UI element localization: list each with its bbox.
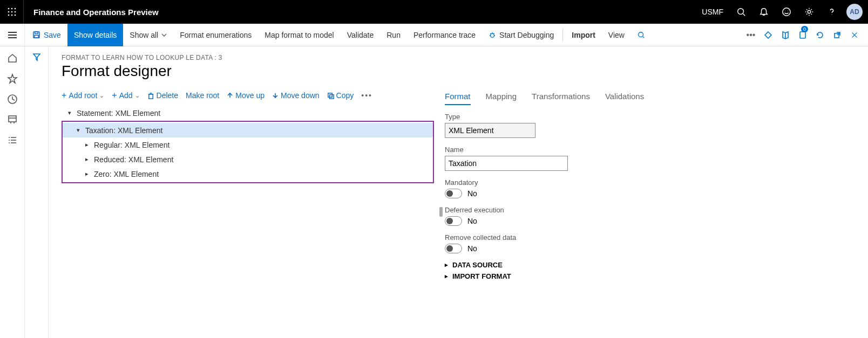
close-button[interactable] [849,29,860,41]
view-button[interactable]: View [602,24,631,46]
make-root-button[interactable]: Make root [186,91,219,100]
tab-validations[interactable]: Validations [605,92,644,105]
debug-icon [489,31,496,39]
delete-button[interactable]: Delete [147,91,178,100]
svg-point-3 [8,11,9,13]
caret-down-icon[interactable] [66,109,73,116]
map-format-button[interactable]: Map format to model [258,24,340,46]
notifications-button[interactable] [752,0,775,24]
type-input[interactable] [445,123,535,138]
popout-icon [833,31,842,39]
tab-transformations[interactable]: Transformations [532,92,590,105]
workspace-icon[interactable] [7,114,18,125]
diamond-icon [764,31,772,39]
content: FORMAT TO LEARN HOW TO LOOKUP LE DATA : … [49,46,868,338]
tree-node-regular[interactable]: Regular: XML Element [63,137,433,152]
smile-icon [782,7,791,17]
section-data-source[interactable]: ▸DATA SOURCE [445,261,855,269]
map-label: Map format to model [265,31,334,39]
svg-rect-51 [329,94,333,98]
save-button[interactable]: Save [25,24,67,46]
svg-line-26 [491,33,491,34]
app-title: Finance and Operations Preview [24,8,168,17]
overflow-button[interactable]: ••• [745,29,757,41]
move-down-button[interactable]: Move down [272,91,320,100]
avatar[interactable]: AD [846,4,863,20]
tree-node-reduced[interactable]: Reduced: XML Element [63,152,433,167]
caret-right-icon[interactable] [83,141,91,148]
toolbar-overflow-button[interactable]: ••• [361,91,372,100]
related-info-button[interactable] [762,29,774,41]
svg-point-14 [808,10,810,13]
splitter-handle[interactable] [439,207,443,217]
caret-right-icon[interactable] [83,170,91,177]
name-input[interactable] [445,156,568,171]
svg-point-7 [11,15,12,16]
tree-node-taxation[interactable]: Taxation: XML Element [63,123,433,137]
home-icon[interactable] [7,53,18,64]
nav-toggle-button[interactable] [0,24,25,46]
command-bar: Save Show details Show all Format enumer… [0,24,868,46]
messages-button[interactable]: 0 [797,29,809,41]
move-up-button[interactable]: Move up [227,91,265,100]
move-up-label: Move up [235,91,265,100]
field-mandatory: Mandatory No [445,178,855,198]
import-label: Import [572,31,595,39]
caret-down-icon[interactable] [74,127,82,134]
add-button[interactable]: +Add⌄ [112,91,139,100]
tab-format[interactable]: Format [445,92,471,105]
funnel-icon[interactable] [32,53,41,61]
name-label: Name [445,146,855,154]
type-label: Type [445,113,855,121]
svg-point-8 [14,15,16,16]
clock-icon[interactable] [7,94,18,105]
add-root-label: Add root [69,91,97,100]
make-root-label: Make root [186,91,219,100]
refresh-button[interactable] [814,29,826,41]
svg-line-10 [743,14,745,16]
tree-root[interactable]: Statement: XML Element [62,106,434,120]
show-all-label: Show all [130,31,158,39]
help-button[interactable] [820,0,843,24]
validate-button[interactable]: Validate [341,24,381,46]
app-launcher-button[interactable] [0,0,24,24]
perf-label: Performance trace [413,31,476,39]
feedback-button[interactable] [775,0,798,24]
format-enumerations-button[interactable]: Format enumerations [173,24,258,46]
mandatory-toggle[interactable] [445,189,462,198]
search-button[interactable] [730,0,752,24]
import-button[interactable]: Import [565,24,602,46]
run-button[interactable]: Run [380,24,407,46]
show-all-button[interactable]: Show all [123,24,173,46]
star-icon[interactable] [7,73,18,84]
show-details-button[interactable]: Show details [67,24,123,46]
tree: Statement: XML Element Taxation: XML Ele… [62,106,434,183]
search-cmd-button[interactable] [631,24,652,46]
add-root-button[interactable]: +Add root⌄ [62,91,104,100]
debug-label: Start Debugging [499,31,554,39]
start-debugging-button[interactable]: Start Debugging [482,24,560,46]
popout-button[interactable] [831,29,843,41]
svg-rect-31 [800,32,805,38]
separator [562,29,563,42]
field-type: Type [445,113,855,138]
copy-button[interactable]: Copy [327,91,354,100]
company-label[interactable]: USMF [695,8,730,16]
remove-toggle[interactable] [445,244,462,253]
performance-trace-button[interactable]: Performance trace [407,24,482,46]
topbar: Finance and Operations Preview USMF AD [0,0,868,24]
deferred-toggle[interactable] [445,216,462,226]
svg-rect-37 [9,116,16,122]
tree-node-zero[interactable]: Zero: XML Element [63,167,433,181]
svg-point-12 [785,11,785,11]
attach-button[interactable] [779,29,791,41]
main: FORMAT TO LEARN HOW TO LOOKUP LE DATA : … [0,46,868,338]
settings-button[interactable] [798,0,820,24]
tab-mapping[interactable]: Mapping [486,92,517,105]
add-label: Add [119,91,133,100]
modules-icon[interactable] [7,135,18,146]
caret-right-icon[interactable] [83,156,91,163]
svg-rect-47 [148,94,152,98]
svg-rect-50 [328,93,331,96]
section-import-format[interactable]: ▸IMPORT FORMAT [445,272,855,280]
